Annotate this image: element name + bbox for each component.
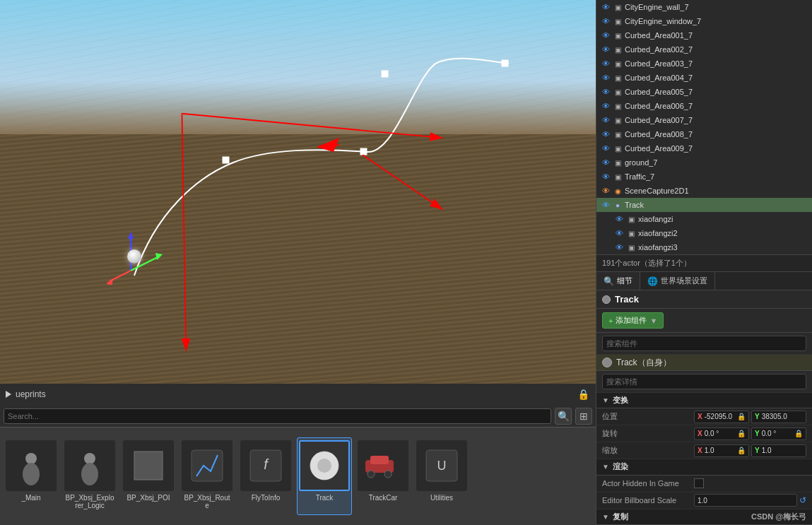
rotation-value: X 0.0 ° 🔒 Y 0.0 ° 🔒 [694,427,806,440]
component-self[interactable]: Track（自身） [596,355,812,370]
lock-x-icon: 🔒 [737,413,746,420]
hierarchy-item-cityengine-wall[interactable]: 👁 ▣ CityEngine_wall_7 [596,0,812,14]
visibility-icon[interactable]: 👁 [600,72,611,83]
visibility-icon[interactable]: 👁 [613,228,625,239]
search-details-input[interactable] [602,374,806,389]
grid-view-btn[interactable]: ⊞ [575,408,592,425]
visibility-icon[interactable]: 👁 [600,185,611,196]
item-label-curbed005: Curbed_Area005_7 [625,88,808,96]
hierarchy-item-curbed004[interactable]: 👁 ▣ Curbed_Area004_7 [596,71,812,85]
hierarchy-item-curbed005[interactable]: 👁 ▣ Curbed_Area005_7 [596,85,812,99]
svg-text:U: U [437,459,447,473]
scale-x-field[interactable]: X 1.0 🔒 [694,444,749,457]
hierarchy-item-scenecapture[interactable]: 👁 ◉ SceneCapture2D1 [596,184,812,198]
hierarchy-item-xiaofangzi[interactable]: 👁 ▣ xiaofangzi [596,212,812,226]
hierarchy-item-traffic[interactable]: 👁 ▣ Traffic_7 [596,170,812,184]
hierarchy-item-track[interactable]: 👁 ● Track [596,198,812,212]
transform-section-header[interactable]: ▼ 变换 [596,393,812,408]
asset-thumbnail-trackcar [358,440,408,491]
asset-item-main[interactable]: _Main [4,437,59,515]
assets-search-input[interactable] [4,408,551,424]
asset-item-track[interactable]: Track [297,437,352,515]
lock-icon[interactable]: 🔒 [576,387,590,401]
asset-label-bp-route: BP_Xbsj_Route [182,494,232,509]
hierarchy-item-curbed008[interactable]: 👁 ▣ Curbed_Area008_7 [596,127,812,141]
reset-arrow-icon[interactable]: ↺ [799,495,806,505]
position-y-field[interactable]: Y 38305.0 [751,411,806,423]
asset-item-flytoinfo[interactable]: f FlyToInfo [238,437,293,515]
assets-toolbar: 🔍 ⊞ [0,405,596,427]
hierarchy-item-xiaofangzi3[interactable]: 👁 ▣ xiaofangzi3 [596,240,812,254]
rotation-x-field[interactable]: X 0.0 ° 🔒 [694,427,749,440]
visibility-icon[interactable]: 👁 [613,213,625,225]
search-icon-btn[interactable]: 🔍 [555,408,572,425]
visibility-icon[interactable]: 👁 [600,129,611,140]
visibility-icon[interactable]: 👁 [613,242,625,253]
svg-marker-11 [128,232,134,239]
hierarchy-item-curbed006[interactable]: 👁 ▣ Curbed_Area006_7 [596,99,812,113]
scale-y-field[interactable]: Y 1.0 [751,444,806,457]
visibility-icon[interactable]: 👁 [600,114,611,126]
asset-item-trackcar[interactable]: TrackCar [355,437,411,515]
asset-item-bp-route[interactable]: BP_Xbsj_Route [180,437,235,515]
visibility-icon[interactable]: 👁 [600,44,611,55]
visibility-icon[interactable]: 👁 [600,30,611,41]
scale-x-val: 1.0 [705,447,736,454]
search-details-row [596,371,812,393]
rotation-row: 旋转 X 0.0 ° 🔒 Y 0.0 ° 🔒 [596,425,812,442]
x-label: X [698,413,702,420]
hierarchy-item-curbed003[interactable]: 👁 ▣ Curbed_Area003_7 [596,57,812,71]
render-section-header[interactable]: ▼ 渲染 [596,459,812,475]
visibility-icon[interactable]: 👁 [600,143,611,154]
position-x-field[interactable]: X -52095.0 🔒 [694,411,749,423]
visibility-icon[interactable]: 👁 [600,1,611,13]
expand-icon[interactable] [6,391,11,398]
asset-thumbnail-utilities: U [416,440,467,491]
hierarchy-item-xiaofangzi2[interactable]: 👁 ▣ xiaofangzi2 [596,226,812,240]
component-self-label: Track（自身） [616,357,671,369]
hierarchy-item-curbed007[interactable]: 👁 ▣ Curbed_Area007_7 [596,113,812,127]
hierarchy-item-cityengine-window[interactable]: 👁 ▣ CityEngine_window_7 [596,14,812,28]
circle-icon: ● [613,200,623,210]
asset-item-utilities[interactable]: U Utilities [414,437,469,515]
visibility-icon[interactable]: 👁 [600,16,611,27]
visibility-icon[interactable]: 👁 [600,171,611,182]
svg-point-18 [84,453,95,464]
billboard-input[interactable] [694,494,797,507]
svg-point-16 [25,453,37,464]
mesh-icon: ▣ [613,2,623,12]
add-component-label: 添加组件 [616,315,647,326]
actor-hidden-checkbox[interactable] [694,478,704,488]
mesh-icon: ▣ [613,143,623,153]
search-components-input[interactable] [602,336,806,351]
viewport-3d[interactable] [0,0,596,384]
visibility-icon[interactable]: 👁 [600,157,611,168]
add-component-button[interactable]: + 添加组件 ▼ [602,312,664,329]
visibility-icon[interactable]: 👁 [600,199,611,211]
track-name-input[interactable] [615,294,806,305]
asset-item-bp-xbsj-pawn[interactable]: BP_Xbsj_Explorer_Logic [62,437,117,515]
lock-sx-icon: 🔒 [737,447,746,454]
visibility-icon[interactable]: 👁 [600,86,611,98]
chevron-down-icon: ▼ [649,317,657,325]
rotation-label: 旋转 [602,428,694,439]
copy-section-header[interactable]: ▼ 复制 CSDN @梅长弓 [596,509,812,525]
visibility-icon[interactable]: 👁 [600,100,611,112]
mesh-icon: ▣ [626,228,636,238]
blueprints-label-text: ueprints [16,389,46,399]
hierarchy-item-curbed009[interactable]: 👁 ▣ Curbed_Area009_7 [596,141,812,155]
lock-ry-icon: 🔒 [794,430,803,437]
hierarchy-item-curbed001[interactable]: 👁 ▣ Curbed_Area001_7 [596,28,812,42]
rx-label: X [698,430,702,437]
ry-label: Y [755,430,760,437]
tab-world[interactable]: 🌐 世界场景设置 [640,272,715,290]
rotation-y-field[interactable]: Y 0.0 ° 🔒 [751,427,806,440]
asset-item-bp-poi[interactable]: BP_Xbsj_POI [121,437,176,515]
hierarchy-item-ground[interactable]: 👁 ▣ ground_7 [596,155,812,170]
hierarchy-item-curbed002[interactable]: 👁 ▣ Curbed_Area002_7 [596,42,812,57]
visibility-icon[interactable]: 👁 [600,58,611,69]
tab-details[interactable]: 🔍 细节 [596,272,640,290]
details-tabs: 🔍 细节 🌐 世界场景设置 [596,272,812,290]
item-label-xiaofangzi: xiaofangzi [638,215,808,223]
asset-label-track: Track [316,494,334,502]
